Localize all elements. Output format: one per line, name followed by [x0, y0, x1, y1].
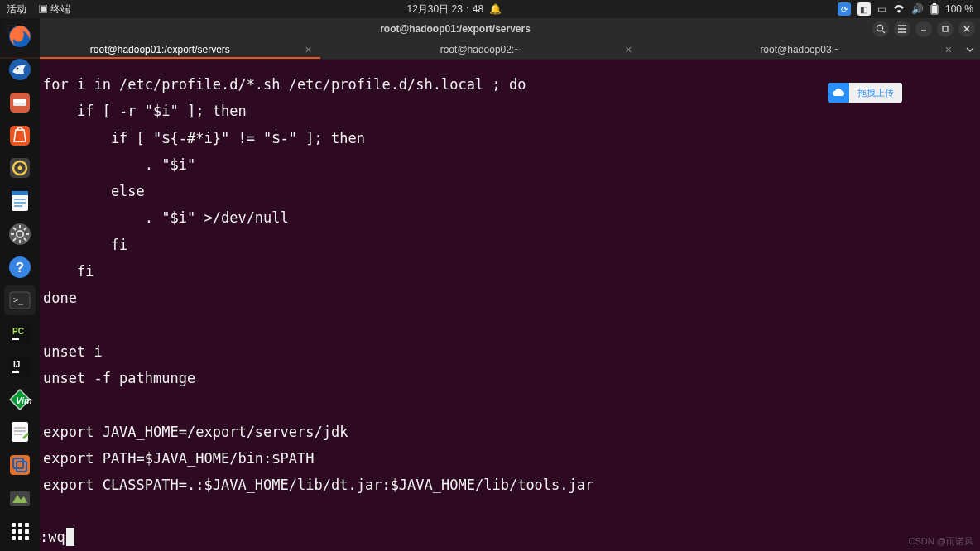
- tab-1[interactable]: root@hadoop01:/export/servers ×: [0, 40, 320, 59]
- dock-intellij-icon[interactable]: IJ: [4, 352, 36, 381]
- close-tab-icon[interactable]: ×: [625, 43, 632, 56]
- dock-terminal-icon[interactable]: >_: [4, 285, 36, 315]
- volume-icon[interactable]: 🔊: [911, 3, 924, 15]
- svg-point-17: [17, 67, 19, 69]
- svg-rect-1: [933, 3, 936, 5]
- svg-text:IJ: IJ: [13, 360, 20, 369]
- dock-firefox-icon[interactable]: [4, 22, 36, 51]
- text-cursor: [66, 528, 74, 546]
- apps-grid-icon: [12, 523, 29, 540]
- svg-rect-19: [13, 99, 26, 103]
- tab-dropdown-button[interactable]: [960, 40, 980, 59]
- svg-point-24: [18, 166, 22, 170]
- tray-app-1-icon[interactable]: ⟳: [838, 2, 851, 16]
- dock-software-icon[interactable]: [4, 121, 36, 151]
- gnome-top-bar: 活动 ▣ 终端 12月30日 23：48 🔔 ⟳ ◧ ▭ 🔊 100 %: [0, 0, 980, 18]
- minimize-button[interactable]: [915, 21, 932, 37]
- terminal-header-bar: root@hadoop01:/export/servers: [0, 18, 980, 40]
- dock-help-icon[interactable]: ?: [4, 252, 36, 282]
- close-tab-icon[interactable]: ×: [945, 43, 952, 56]
- terminal-tab-bar: root@hadoop01:/export/servers × root@had…: [0, 40, 980, 60]
- dock-settings-icon[interactable]: [4, 219, 36, 249]
- svg-rect-2: [932, 6, 937, 13]
- file-content: for i in /etc/profile.d/*.sh /etc/profil…: [43, 71, 977, 499]
- hamburger-menu-button[interactable]: [894, 21, 910, 37]
- battery-percent: 100 %: [945, 3, 973, 15]
- vim-command-line[interactable]: :wq: [40, 528, 74, 546]
- terminal-viewport[interactable]: for i in /etc/profile.d/*.sh /etc/profil…: [40, 60, 980, 551]
- svg-rect-12: [943, 26, 948, 31]
- window-title: root@hadoop01:/export/servers: [38, 23, 872, 35]
- dock-files-icon[interactable]: [4, 88, 36, 117]
- svg-line-7: [882, 31, 885, 33]
- maximize-button[interactable]: [937, 21, 954, 37]
- close-button[interactable]: [958, 21, 975, 37]
- watermark: CSDN @雨诺风: [909, 535, 973, 548]
- svg-text:PC: PC: [12, 327, 24, 336]
- app-indicator[interactable]: ▣ 终端: [38, 2, 70, 17]
- svg-rect-49: [12, 371, 19, 373]
- activities-button[interactable]: 活动: [7, 2, 26, 17]
- svg-point-6: [877, 26, 883, 31]
- svg-rect-53: [12, 422, 28, 442]
- clock[interactable]: 12月30日 23：48 🔔: [70, 2, 838, 17]
- svg-rect-20: [13, 103, 26, 106]
- dock-texteditor-icon[interactable]: [4, 418, 36, 448]
- dock-app-icon[interactable]: [4, 483, 36, 513]
- wifi-icon[interactable]: [893, 4, 905, 14]
- close-tab-icon[interactable]: ×: [305, 43, 311, 56]
- upload-label: 拖拽上传: [849, 83, 902, 103]
- cloud-upload-icon: [828, 83, 849, 103]
- dock-vim-icon[interactable]: Vim: [4, 385, 36, 414]
- tray-app-2-icon[interactable]: ◧: [858, 2, 871, 16]
- dock-libreoffice-writer-icon[interactable]: [4, 186, 36, 216]
- dock-vmware-icon[interactable]: [4, 450, 36, 480]
- svg-text:Vim: Vim: [16, 395, 32, 405]
- upload-widget[interactable]: 拖拽上传: [828, 83, 902, 103]
- battery-icon[interactable]: [930, 3, 939, 15]
- svg-text:?: ?: [16, 260, 24, 276]
- screen-icon[interactable]: ▭: [877, 3, 886, 15]
- tab-2[interactable]: root@hadoop02:~ ×: [320, 40, 641, 59]
- ubuntu-dock: ? >_ PC IJ Vim: [0, 18, 40, 551]
- dock-pycharm-icon[interactable]: PC: [4, 319, 36, 348]
- svg-rect-26: [12, 191, 28, 195]
- search-button[interactable]: [872, 21, 889, 37]
- svg-text:>_: >_: [13, 295, 24, 305]
- dock-rhythmbox-icon[interactable]: [4, 154, 36, 184]
- svg-rect-21: [10, 126, 30, 146]
- dock-thunderbird-icon[interactable]: [4, 55, 36, 84]
- show-applications-button[interactable]: [4, 516, 36, 546]
- svg-rect-46: [12, 338, 19, 340]
- tab-3[interactable]: root@hadoop03:~ ×: [640, 40, 960, 59]
